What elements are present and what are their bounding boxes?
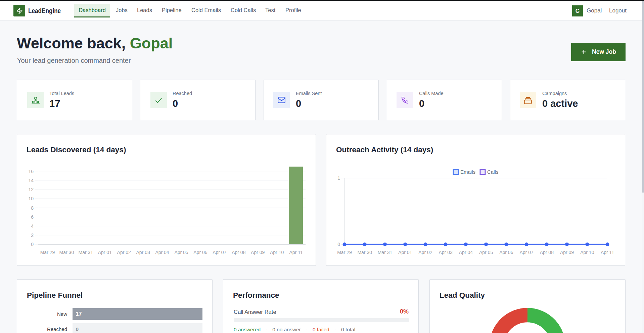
- svg-text:6: 6: [31, 214, 34, 220]
- svg-text:Apr 11: Apr 11: [601, 250, 614, 255]
- svg-text:Apr 08: Apr 08: [540, 250, 554, 255]
- svg-text:Mar 31: Mar 31: [378, 250, 393, 255]
- svg-text:Apr 07: Apr 07: [519, 250, 533, 255]
- svg-text:2: 2: [31, 233, 34, 238]
- svg-text:Apr 04: Apr 04: [155, 250, 169, 255]
- svg-text:Mar 30: Mar 30: [59, 250, 74, 255]
- svg-text:Mar 29: Mar 29: [337, 250, 352, 255]
- svg-text:8: 8: [31, 205, 34, 211]
- svg-text:Mar 31: Mar 31: [79, 250, 93, 255]
- svg-text:Calls: Calls: [487, 169, 498, 175]
- svg-text:Apr 09: Apr 09: [560, 250, 574, 255]
- svg-text:Apr 02: Apr 02: [418, 250, 432, 255]
- svg-text:Apr 01: Apr 01: [98, 250, 112, 255]
- svg-text:Apr 08: Apr 08: [232, 250, 245, 255]
- svg-text:14: 14: [28, 178, 34, 183]
- svg-text:Mar 29: Mar 29: [40, 250, 55, 255]
- svg-text:1: 1: [337, 175, 340, 181]
- svg-text:16: 16: [28, 169, 34, 174]
- svg-text:Apr 07: Apr 07: [213, 250, 226, 255]
- svg-text:10: 10: [28, 196, 34, 201]
- svg-text:Apr 09: Apr 09: [251, 250, 265, 255]
- svg-text:0: 0: [31, 242, 34, 247]
- svg-text:Apr 04: Apr 04: [459, 250, 473, 255]
- svg-text:Apr 11: Apr 11: [289, 250, 303, 255]
- svg-text:Apr 10: Apr 10: [270, 250, 284, 255]
- svg-text:0: 0: [337, 242, 340, 247]
- svg-text:Emails: Emails: [460, 169, 475, 175]
- svg-text:4: 4: [31, 223, 34, 229]
- svg-text:Apr 10: Apr 10: [580, 250, 594, 255]
- svg-text:12: 12: [28, 187, 34, 192]
- svg-text:Apr 06: Apr 06: [193, 250, 207, 255]
- svg-text:Apr 05: Apr 05: [479, 250, 493, 255]
- svg-text:Apr 03: Apr 03: [136, 250, 150, 255]
- svg-text:Apr 06: Apr 06: [499, 250, 513, 255]
- svg-text:Apr 02: Apr 02: [117, 250, 131, 255]
- svg-text:Apr 05: Apr 05: [174, 250, 188, 255]
- svg-text:Apr 03: Apr 03: [439, 250, 452, 255]
- svg-text:Apr 01: Apr 01: [398, 250, 412, 255]
- svg-text:Mar 30: Mar 30: [357, 250, 372, 255]
